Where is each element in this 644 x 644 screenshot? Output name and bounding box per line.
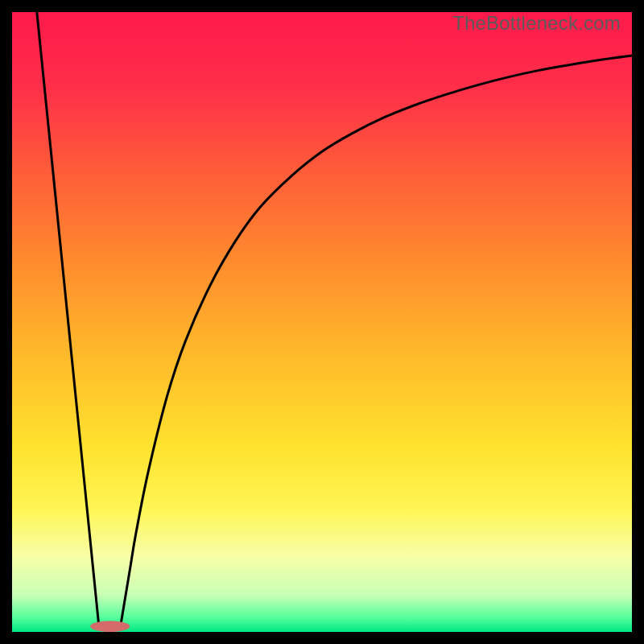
minimum-marker <box>90 621 130 632</box>
chart-svg <box>12 12 632 632</box>
gradient-background <box>12 12 632 632</box>
chart-frame: TheBottleneck.com <box>12 12 632 632</box>
watermark-text: TheBottleneck.com <box>452 12 621 35</box>
